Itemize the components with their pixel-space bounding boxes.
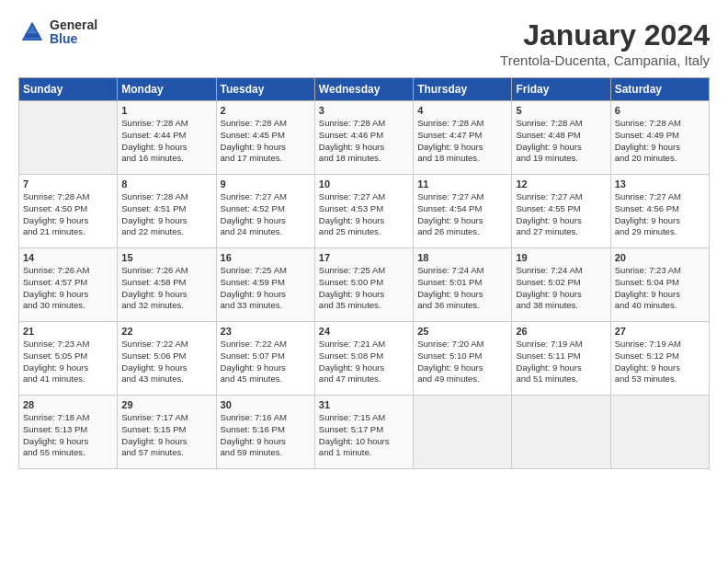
day-number: 10 bbox=[319, 178, 409, 190]
cell-content: Sunrise: 7:18 AMSunset: 5:13 PMDaylight:… bbox=[23, 412, 113, 459]
page-header: General Blue January 2024 Trentola-Ducen… bbox=[18, 18, 710, 68]
title-block: January 2024 Trentola-Ducenta, Campania,… bbox=[500, 18, 710, 68]
cell-content: Sunrise: 7:28 AMSunset: 4:50 PMDaylight:… bbox=[23, 191, 113, 238]
cell-content: Sunrise: 7:15 AMSunset: 5:17 PMDaylight:… bbox=[319, 412, 409, 459]
day-number: 17 bbox=[319, 252, 409, 263]
day-number: 26 bbox=[516, 326, 606, 337]
day-number: 30 bbox=[221, 399, 311, 410]
day-number: 6 bbox=[615, 105, 705, 116]
cell-content: Sunrise: 7:23 AMSunset: 5:05 PMDaylight:… bbox=[23, 339, 113, 385]
cell-content: Sunrise: 7:16 AMSunset: 5:16 PMDaylight:… bbox=[221, 412, 311, 459]
calendar-cell bbox=[19, 101, 118, 175]
calendar-table: SundayMondayTuesdayWednesdayThursdayFrid… bbox=[18, 77, 710, 469]
cell-content: Sunrise: 7:27 AMSunset: 4:53 PMDaylight:… bbox=[319, 191, 409, 238]
day-number: 25 bbox=[417, 326, 507, 337]
day-number: 22 bbox=[121, 326, 211, 337]
calendar-header: SundayMondayTuesdayWednesdayThursdayFrid… bbox=[19, 78, 710, 101]
cell-content: Sunrise: 7:28 AMSunset: 4:48 PMDaylight:… bbox=[516, 118, 606, 165]
calendar-body: 1Sunrise: 7:28 AMSunset: 4:44 PMDaylight… bbox=[19, 101, 710, 469]
day-number: 7 bbox=[23, 178, 113, 190]
day-number: 2 bbox=[221, 105, 311, 116]
calendar-cell: 18Sunrise: 7:24 AMSunset: 5:01 PMDayligh… bbox=[414, 248, 512, 322]
cell-content: Sunrise: 7:20 AMSunset: 5:10 PMDaylight:… bbox=[417, 339, 507, 385]
day-number: 15 bbox=[121, 252, 211, 263]
day-number: 27 bbox=[615, 326, 705, 337]
cell-content: Sunrise: 7:19 AMSunset: 5:12 PMDaylight:… bbox=[615, 339, 705, 385]
cell-content: Sunrise: 7:26 AMSunset: 4:58 PMDaylight:… bbox=[121, 265, 211, 312]
day-number: 28 bbox=[23, 399, 113, 410]
cell-content: Sunrise: 7:26 AMSunset: 4:57 PMDaylight:… bbox=[23, 265, 113, 312]
cell-content: Sunrise: 7:27 AMSunset: 4:55 PMDaylight:… bbox=[516, 191, 606, 238]
calendar-cell: 3Sunrise: 7:28 AMSunset: 4:46 PMDaylight… bbox=[314, 101, 413, 175]
cell-content: Sunrise: 7:22 AMSunset: 5:07 PMDaylight:… bbox=[221, 339, 311, 385]
day-number: 14 bbox=[23, 252, 113, 263]
day-number: 11 bbox=[417, 178, 507, 190]
calendar-week-4: 21Sunrise: 7:23 AMSunset: 5:05 PMDayligh… bbox=[19, 322, 710, 396]
day-number: 3 bbox=[319, 105, 409, 116]
cell-content: Sunrise: 7:17 AMSunset: 5:15 PMDaylight:… bbox=[121, 412, 211, 459]
calendar-cell: 28Sunrise: 7:18 AMSunset: 5:13 PMDayligh… bbox=[19, 396, 118, 469]
calendar-cell: 24Sunrise: 7:21 AMSunset: 5:08 PMDayligh… bbox=[314, 322, 413, 396]
calendar-week-1: 1Sunrise: 7:28 AMSunset: 4:44 PMDaylight… bbox=[19, 101, 710, 175]
logo-text: General Blue bbox=[50, 18, 97, 47]
calendar-cell: 2Sunrise: 7:28 AMSunset: 4:45 PMDaylight… bbox=[216, 101, 314, 175]
cell-content: Sunrise: 7:19 AMSunset: 5:11 PMDaylight:… bbox=[516, 339, 606, 385]
calendar-cell: 12Sunrise: 7:27 AMSunset: 4:55 PMDayligh… bbox=[512, 175, 610, 248]
day-header-tuesday: Tuesday bbox=[216, 78, 314, 101]
calendar-cell: 14Sunrise: 7:26 AMSunset: 4:57 PMDayligh… bbox=[19, 248, 118, 322]
day-number: 4 bbox=[417, 105, 507, 116]
cell-content: Sunrise: 7:28 AMSunset: 4:46 PMDaylight:… bbox=[319, 118, 409, 165]
calendar-cell: 10Sunrise: 7:27 AMSunset: 4:53 PMDayligh… bbox=[314, 175, 413, 248]
calendar-week-5: 28Sunrise: 7:18 AMSunset: 5:13 PMDayligh… bbox=[19, 396, 710, 469]
cell-content: Sunrise: 7:28 AMSunset: 4:47 PMDaylight:… bbox=[417, 118, 507, 165]
calendar-week-2: 7Sunrise: 7:28 AMSunset: 4:50 PMDaylight… bbox=[19, 175, 710, 248]
calendar-cell: 1Sunrise: 7:28 AMSunset: 4:44 PMDaylight… bbox=[118, 101, 216, 175]
calendar-cell: 20Sunrise: 7:23 AMSunset: 5:04 PMDayligh… bbox=[610, 248, 709, 322]
day-number: 29 bbox=[121, 399, 211, 410]
cell-content: Sunrise: 7:21 AMSunset: 5:08 PMDaylight:… bbox=[319, 339, 409, 385]
day-number: 16 bbox=[221, 252, 311, 263]
calendar-cell: 16Sunrise: 7:25 AMSunset: 4:59 PMDayligh… bbox=[216, 248, 314, 322]
day-number: 20 bbox=[615, 252, 705, 263]
calendar-cell: 30Sunrise: 7:16 AMSunset: 5:16 PMDayligh… bbox=[216, 396, 314, 469]
cell-content: Sunrise: 7:28 AMSunset: 4:45 PMDaylight:… bbox=[221, 118, 311, 165]
day-header-saturday: Saturday bbox=[610, 78, 709, 101]
day-number: 9 bbox=[221, 178, 311, 190]
cell-content: Sunrise: 7:23 AMSunset: 5:04 PMDaylight:… bbox=[615, 265, 705, 312]
calendar-cell: 23Sunrise: 7:22 AMSunset: 5:07 PMDayligh… bbox=[216, 322, 314, 396]
cell-content: Sunrise: 7:28 AMSunset: 4:49 PMDaylight:… bbox=[615, 118, 705, 165]
cell-content: Sunrise: 7:27 AMSunset: 4:56 PMDaylight:… bbox=[615, 191, 705, 238]
day-number: 31 bbox=[319, 399, 409, 410]
calendar-cell bbox=[414, 396, 512, 469]
calendar-cell: 25Sunrise: 7:20 AMSunset: 5:10 PMDayligh… bbox=[414, 322, 512, 396]
day-header-thursday: Thursday bbox=[414, 78, 512, 101]
calendar-cell: 29Sunrise: 7:17 AMSunset: 5:15 PMDayligh… bbox=[118, 396, 216, 469]
cell-content: Sunrise: 7:24 AMSunset: 5:01 PMDaylight:… bbox=[417, 265, 507, 312]
day-number: 12 bbox=[516, 178, 606, 190]
calendar-cell: 26Sunrise: 7:19 AMSunset: 5:11 PMDayligh… bbox=[512, 322, 610, 396]
day-number: 1 bbox=[121, 105, 211, 116]
calendar-cell: 6Sunrise: 7:28 AMSunset: 4:49 PMDaylight… bbox=[610, 101, 709, 175]
calendar-cell: 22Sunrise: 7:22 AMSunset: 5:06 PMDayligh… bbox=[118, 322, 216, 396]
cell-content: Sunrise: 7:27 AMSunset: 4:52 PMDaylight:… bbox=[221, 191, 311, 238]
calendar-cell: 31Sunrise: 7:15 AMSunset: 5:17 PMDayligh… bbox=[314, 396, 413, 469]
cell-content: Sunrise: 7:28 AMSunset: 4:44 PMDaylight:… bbox=[121, 118, 211, 165]
calendar-cell: 21Sunrise: 7:23 AMSunset: 5:05 PMDayligh… bbox=[19, 322, 118, 396]
day-header-sunday: Sunday bbox=[19, 78, 118, 101]
calendar-cell: 4Sunrise: 7:28 AMSunset: 4:47 PMDaylight… bbox=[414, 101, 512, 175]
day-number: 18 bbox=[417, 252, 507, 263]
calendar-cell: 13Sunrise: 7:27 AMSunset: 4:56 PMDayligh… bbox=[610, 175, 709, 248]
day-number: 19 bbox=[516, 252, 606, 263]
day-header-friday: Friday bbox=[512, 78, 610, 101]
calendar-cell: 11Sunrise: 7:27 AMSunset: 4:54 PMDayligh… bbox=[414, 175, 512, 248]
logo: General Blue bbox=[18, 18, 97, 47]
month-title: January 2024 bbox=[500, 18, 710, 52]
calendar-cell: 27Sunrise: 7:19 AMSunset: 5:12 PMDayligh… bbox=[610, 322, 709, 396]
location-text: Trentola-Ducenta, Campania, Italy bbox=[500, 52, 710, 68]
calendar-cell: 8Sunrise: 7:28 AMSunset: 4:51 PMDaylight… bbox=[118, 175, 216, 248]
day-header-wednesday: Wednesday bbox=[314, 78, 413, 101]
calendar-cell bbox=[512, 396, 610, 469]
calendar-cell: 5Sunrise: 7:28 AMSunset: 4:48 PMDaylight… bbox=[512, 101, 610, 175]
logo-general-text: General bbox=[50, 18, 97, 32]
cell-content: Sunrise: 7:25 AMSunset: 5:00 PMDaylight:… bbox=[319, 265, 409, 312]
